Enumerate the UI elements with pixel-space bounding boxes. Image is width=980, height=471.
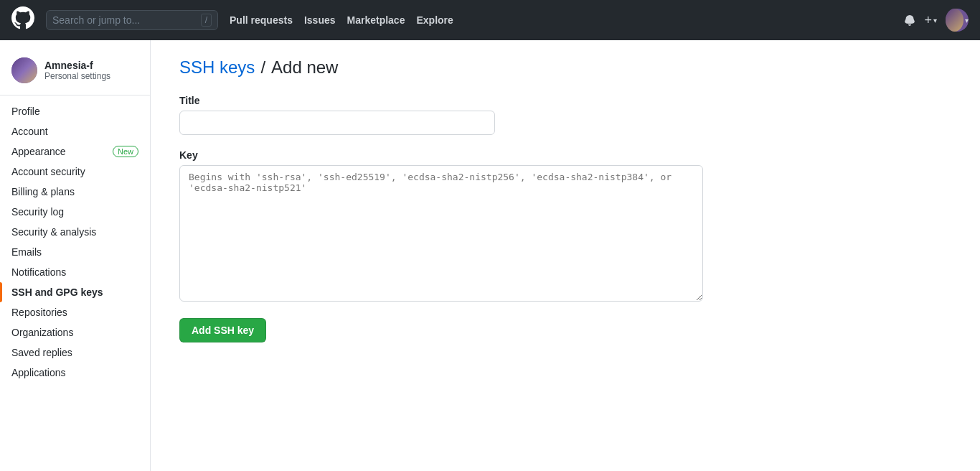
sidebar-link-saved-replies[interactable]: Saved replies <box>11 347 72 358</box>
sidebar-item-security-log[interactable]: Security log <box>0 202 150 222</box>
sidebar-nav: Profile Account Appearance New Account s… <box>0 101 150 383</box>
title-form-group: Title <box>179 95 951 135</box>
github-logo-icon[interactable] <box>11 6 34 34</box>
sidebar-personal-settings-label: Personal settings <box>44 71 110 81</box>
page-layout: Amnesia-f Personal settings Profile Acco… <box>0 40 980 471</box>
sidebar-item-ssh-gpg[interactable]: SSH and GPG keys <box>0 282 150 302</box>
sidebar-link-account[interactable]: Account <box>11 126 48 137</box>
topnav-pull-requests[interactable]: Pull requests <box>230 14 293 26</box>
topnav-explore[interactable]: Explore <box>416 14 453 26</box>
sidebar-link-appearance[interactable]: Appearance <box>11 146 66 157</box>
appearance-new-badge: New <box>113 146 138 157</box>
sidebar-item-account-security[interactable]: Account security <box>0 162 150 182</box>
title-input[interactable] <box>179 111 495 135</box>
settings-sidebar: Amnesia-f Personal settings Profile Acco… <box>0 40 151 471</box>
avatar <box>11 57 37 83</box>
sidebar-link-billing[interactable]: Billing & plans <box>11 186 75 197</box>
sidebar-link-security-analysis[interactable]: Security & analysis <box>11 226 96 238</box>
sidebar-item-account[interactable]: Account <box>0 121 150 141</box>
sidebar-item-emails[interactable]: Emails <box>0 242 150 262</box>
topnav-marketplace[interactable]: Marketplace <box>347 14 405 26</box>
sidebar-link-notifications[interactable]: Notifications <box>11 266 66 278</box>
key-textarea[interactable] <box>179 165 703 302</box>
page-title: Add new <box>271 57 338 78</box>
sidebar-item-notifications[interactable]: Notifications <box>0 262 150 282</box>
title-label: Title <box>179 95 951 106</box>
sidebar-item-saved-replies[interactable]: Saved replies <box>0 342 150 363</box>
sidebar-link-applications[interactable]: Applications <box>11 367 66 378</box>
sidebar-link-emails[interactable]: Emails <box>11 246 42 258</box>
sidebar-link-repositories[interactable]: Repositories <box>11 307 67 318</box>
sidebar-item-billing[interactable]: Billing & plans <box>0 182 150 202</box>
plus-label: + <box>924 13 932 28</box>
topnav-links: Pull requests Issues Marketplace Explore <box>230 14 892 26</box>
notifications-bell-icon[interactable] <box>904 14 915 26</box>
sidebar-link-security-log[interactable]: Security log <box>11 206 64 218</box>
sidebar-item-repositories[interactable]: Repositories <box>0 302 150 322</box>
key-label: Key <box>179 149 951 161</box>
sidebar-item-applications[interactable]: Applications <box>0 363 150 383</box>
sidebar-link-account-security[interactable]: Account security <box>11 166 85 177</box>
breadcrumb-ssh-keys-link[interactable]: SSH keys <box>179 57 255 78</box>
user-avatar-menu[interactable]: ▾ <box>946 9 969 32</box>
sidebar-link-organizations[interactable]: Organizations <box>11 327 73 338</box>
page-header: SSH keys / Add new <box>179 57 951 78</box>
breadcrumb-divider: / <box>260 57 265 78</box>
search-box[interactable]: / <box>46 10 218 30</box>
sidebar-link-ssh-gpg[interactable]: SSH and GPG keys <box>11 286 103 298</box>
key-form-group: Key <box>179 149 951 304</box>
sidebar-profile: Amnesia-f Personal settings <box>0 52 150 95</box>
add-ssh-key-button[interactable]: Add SSH key <box>179 318 266 342</box>
sidebar-link-profile[interactable]: Profile <box>11 106 40 117</box>
topnav: / Pull requests Issues Marketplace Explo… <box>0 0 980 40</box>
sidebar-username: Amnesia-f <box>44 60 110 71</box>
topnav-right: + ▾ ▾ <box>904 9 969 32</box>
sidebar-item-organizations[interactable]: Organizations <box>0 322 150 342</box>
topnav-issues[interactable]: Issues <box>304 14 336 26</box>
sidebar-item-security-analysis[interactable]: Security & analysis <box>0 222 150 242</box>
sidebar-item-appearance[interactable]: Appearance New <box>0 141 150 162</box>
sidebar-item-profile[interactable]: Profile <box>0 101 150 121</box>
sidebar-user-info: Amnesia-f Personal settings <box>44 60 110 81</box>
slash-key-hint: / <box>201 14 212 27</box>
plus-chevron-icon: ▾ <box>933 17 937 24</box>
search-input[interactable] <box>52 14 195 26</box>
avatar-chevron-icon: ▾ <box>965 17 969 24</box>
main-content: SSH keys / Add new Title Key Add SSH key <box>151 40 980 471</box>
create-new-button[interactable]: + ▾ <box>924 13 937 28</box>
